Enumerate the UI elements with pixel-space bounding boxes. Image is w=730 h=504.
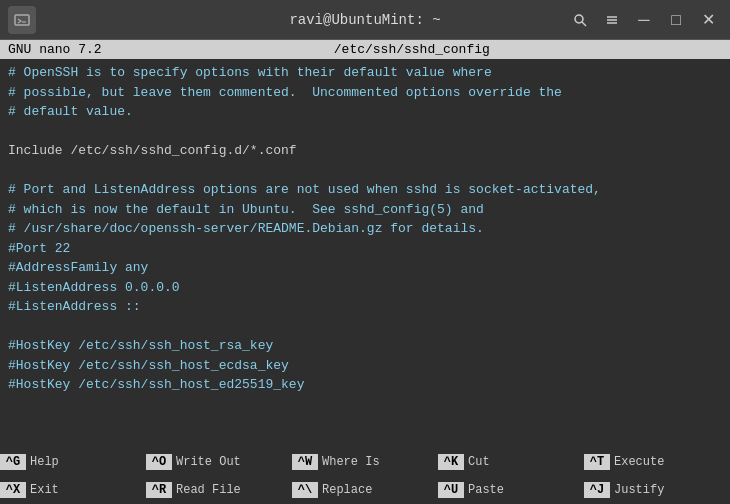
title-bar: ravi@UbuntuMint: ~ ─ □ ✕ [0, 0, 730, 40]
shortcut-key: ^W [292, 454, 318, 470]
shortcut-label: Replace [318, 483, 372, 497]
shortcut-key: ^J [584, 482, 610, 498]
shortcut-item-justify[interactable]: ^JJustify [584, 476, 730, 504]
shortcut-label: Where Is [318, 455, 380, 469]
editor-area[interactable]: # OpenSSH is to specify options with the… [0, 59, 730, 443]
shortcut-label: Paste [464, 483, 504, 497]
close-button[interactable]: ✕ [694, 6, 722, 34]
bottom-bar: ^GHelp^OWrite Out^WWhere Is^KCut^TExecut… [0, 448, 730, 504]
shortcut-row-1: ^GHelp^OWrite Out^WWhere Is^KCut^TExecut… [0, 448, 730, 476]
file-path: /etc/ssh/sshd_config [334, 42, 490, 57]
shortcut-item-exit[interactable]: ^XExit [0, 476, 146, 504]
shortcut-item-where-is[interactable]: ^WWhere Is [292, 448, 438, 476]
shortcut-label: Read File [172, 483, 241, 497]
maximize-button[interactable]: □ [662, 6, 690, 34]
shortcut-key: ^X [0, 482, 26, 498]
shortcut-item-cut[interactable]: ^KCut [438, 448, 584, 476]
shortcut-item-help[interactable]: ^GHelp [0, 448, 146, 476]
shortcut-key: ^T [584, 454, 610, 470]
shortcut-key: ^\ [292, 482, 318, 498]
shortcut-key: ^R [146, 482, 172, 498]
shortcut-label: Write Out [172, 455, 241, 469]
svg-line-3 [582, 22, 586, 26]
shortcut-label: Execute [610, 455, 664, 469]
menu-button[interactable] [598, 6, 626, 34]
shortcut-item-write-out[interactable]: ^OWrite Out [146, 448, 292, 476]
shortcut-key: ^U [438, 482, 464, 498]
shortcut-item-paste[interactable]: ^UPaste [438, 476, 584, 504]
shortcut-label: Help [26, 455, 59, 469]
shortcut-key: ^G [0, 454, 26, 470]
shortcut-label: Exit [26, 483, 59, 497]
window-title: ravi@UbuntuMint: ~ [289, 12, 440, 28]
shortcut-item-execute[interactable]: ^TExecute [584, 448, 730, 476]
shortcut-label: Justify [610, 483, 664, 497]
shortcut-item-replace[interactable]: ^\Replace [292, 476, 438, 504]
shortcut-item-read-file[interactable]: ^RRead File [146, 476, 292, 504]
shortcut-row-2: ^XExit^RRead File^\Replace^UPaste^JJusti… [0, 476, 730, 504]
shortcut-key: ^O [146, 454, 172, 470]
nano-header: GNU nano 7.2 /etc/ssh/sshd_config [0, 40, 730, 59]
search-button[interactable] [566, 6, 594, 34]
terminal-icon [8, 6, 36, 34]
minimize-button[interactable]: ─ [630, 6, 658, 34]
title-text: ravi@UbuntuMint: ~ [289, 12, 440, 28]
shortcut-label: Cut [464, 455, 490, 469]
window-controls: ─ □ ✕ [566, 6, 722, 34]
nano-version: GNU nano 7.2 [8, 42, 102, 57]
svg-rect-0 [15, 15, 29, 25]
svg-point-2 [575, 15, 583, 23]
title-bar-left [8, 6, 36, 34]
shortcut-key: ^K [438, 454, 464, 470]
